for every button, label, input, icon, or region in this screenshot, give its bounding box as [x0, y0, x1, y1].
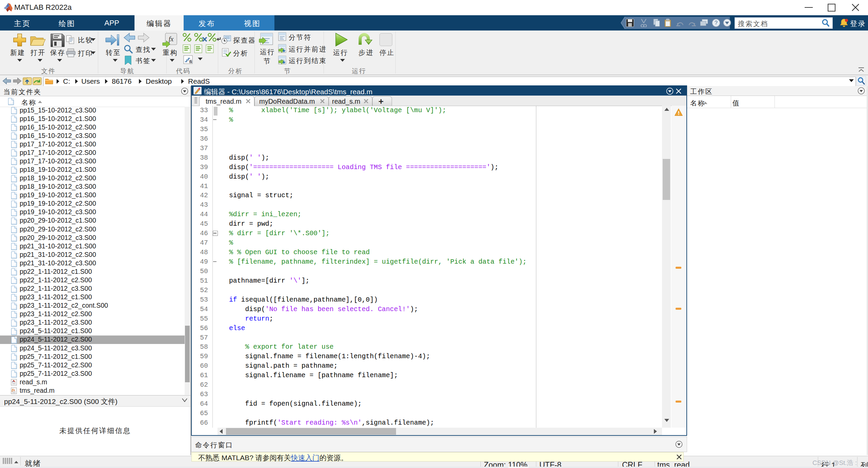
svg-text:fx: fx: [12, 388, 15, 392]
svg-text:fi: fi: [189, 59, 192, 64]
svg-text:fx: fx: [169, 35, 174, 43]
svg-text:?: ?: [715, 20, 718, 26]
